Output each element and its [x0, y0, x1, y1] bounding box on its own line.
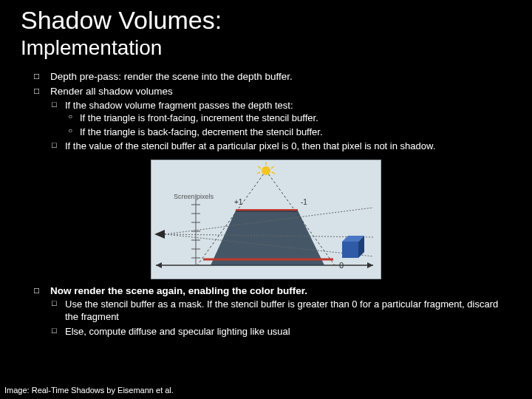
bullet-back-facing: If the triangle is back-facing, decremen… — [65, 126, 511, 139]
bullet-text: If the value of the stencil buffer at a … — [65, 140, 435, 151]
svg-text:+1: +1 — [234, 198, 243, 206]
bullet-render-volumes: Render all shadow volumes If the shadow … — [34, 85, 511, 152]
svg-marker-21 — [211, 211, 324, 265]
bullet-list-top: Depth pre-pass: render the scene into th… — [21, 70, 511, 153]
bullet-stencil-mask: Use the stencil buffer as a mask. If the… — [50, 298, 511, 324]
svg-marker-2 — [367, 262, 373, 268]
svg-line-18 — [257, 172, 260, 174]
sublist: Use the stencil buffer as a mask. If the… — [50, 298, 511, 338]
svg-text:0: 0 — [339, 261, 344, 270]
svg-line-17 — [271, 166, 274, 168]
svg-line-19 — [272, 172, 275, 174]
bullet-text: Use the stencil buffer as a mask. If the… — [65, 299, 498, 323]
svg-line-16 — [258, 166, 261, 168]
image-credit: Image: Real-Time Shadows by Eisemann et … — [4, 386, 174, 395]
bullet-front-facing: If the triangle is front-facing, increme… — [65, 112, 511, 125]
bullet-list-bottom: Now render the scene again, enabling the… — [21, 284, 511, 338]
svg-marker-3 — [156, 262, 162, 268]
svg-text:-1: -1 — [301, 198, 307, 206]
bullet-text: If the shadow volume fragment passes the… — [65, 100, 293, 111]
bullet-render-again: Now render the scene again, enabling the… — [34, 284, 511, 338]
bullet-depth-prepass: Depth pre-pass: render the scene into th… — [34, 70, 511, 83]
bullet-text: Render all shadow volumes — [50, 86, 173, 97]
bullet-text: Now render the scene again, enabling the… — [50, 285, 307, 296]
shadow-volume-diagram: +1 -1 0 Screen pixels — [151, 160, 381, 279]
diagram-container: +1 -1 0 Screen pixels — [21, 160, 511, 279]
svg-rect-26 — [342, 242, 358, 258]
bullet-text: Else, compute diffuse and specular light… — [65, 326, 290, 337]
bullet-text: If the triangle is front-facing, increme… — [80, 112, 318, 123]
bullet-stencil-zero: If the value of the stencil buffer at a … — [50, 140, 511, 153]
sublist: If the triangle is front-facing, increme… — [65, 112, 511, 138]
bullet-text: Depth pre-pass: render the scene into th… — [50, 71, 293, 82]
svg-point-14 — [262, 166, 270, 175]
slide-body: Shadow Volumes: Implementation Depth pre… — [0, 0, 532, 338]
diagram-svg: +1 -1 0 — [151, 160, 381, 279]
bullet-text: If the triangle is back-facing, decremen… — [80, 126, 323, 137]
bullet-else-lighting: Else, compute diffuse and specular light… — [50, 325, 511, 338]
slide-title: Shadow Volumes: — [21, 6, 511, 35]
bullet-depth-test: If the shadow volume fragment passes the… — [50, 99, 511, 139]
svg-marker-0 — [154, 230, 165, 239]
sublist: If the shadow volume fragment passes the… — [50, 99, 511, 153]
screen-pixels-label: Screen pixels — [174, 193, 214, 200]
slide-subtitle: Implementation — [21, 36, 511, 60]
